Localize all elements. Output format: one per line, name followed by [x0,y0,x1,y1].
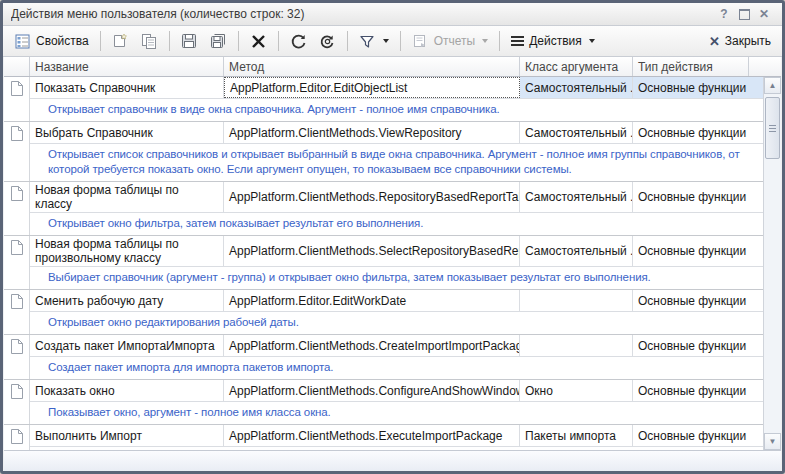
cell-name[interactable]: Новая форма таблицы по классу [30,182,224,212]
filter-dropdown-caret[interactable] [383,39,389,43]
cell-arg-class[interactable] [520,335,633,356]
cell-method[interactable]: AppPlatform.ClientMethods.RepositoryBase… [224,182,520,212]
cell-name[interactable]: Показать окно [30,380,224,401]
save-all-button[interactable] [205,30,232,53]
cell-action-type[interactable]: Основные функции [633,380,763,401]
toolbar-separator [100,31,101,51]
document-icon [10,126,23,141]
table-body: Показать Справочник AppPlatform.Editor.E… [4,77,763,450]
cell-arg-class[interactable]: Пакеты импорта [520,425,633,446]
cell-method[interactable]: AppPlatform.ClientMethods.CreateImportIm… [224,335,520,356]
cell-action-type[interactable]: Основные функции [633,335,763,356]
close-window-button[interactable]: ✕ [754,6,774,22]
row-description: Открывает список справочников и открывае… [30,144,763,181]
delete-button[interactable] [245,30,272,53]
header-icon-column [4,57,30,76]
toolbar-separator [400,31,401,51]
toolbar-separator [278,31,279,51]
cell-arg-class[interactable]: Самостоятельный ... [520,236,633,266]
table-row[interactable]: Сменить рабочую дату AppPlatform.Editor.… [4,290,763,335]
row-icon-cell [4,236,30,289]
window-title: Действия меню пользователя (количество с… [11,7,714,21]
header-method[interactable]: Метод [224,57,520,76]
row-icon-cell [4,122,30,181]
reports-button[interactable]: Отчеты [407,30,493,53]
reports-label: Отчеты [434,34,475,48]
row-icon-cell [4,77,30,121]
table-header: Название Метод Класс аргумента Тип дейст… [4,57,781,77]
header-action-type[interactable]: Тип действия [633,57,749,76]
table-row[interactable]: Новая форма таблицы по произвольному кла… [4,236,763,290]
table-row[interactable]: Показать Справочник AppPlatform.Editor.E… [4,77,763,122]
cell-name[interactable]: Выбрать Справочник [30,122,224,143]
header-name[interactable]: Название [30,57,224,76]
cell-arg-class[interactable]: Окно [520,380,633,401]
copy-item-button[interactable] [136,30,163,53]
toolbar: Свойства [3,26,782,57]
help-button[interactable]: ? [714,6,734,22]
save-icon [181,33,198,50]
row-icon-cell [4,380,30,424]
cell-name[interactable]: Сменить рабочую дату [30,290,224,311]
cell-arg-class[interactable] [520,290,633,311]
table-row[interactable]: Создать пакет ИмпортаИмпорта AppPlatform… [4,335,763,380]
header-arg-class[interactable]: Класс аргумента [520,57,633,76]
document-icon [10,294,23,309]
delete-icon [250,33,267,50]
properties-button[interactable]: Свойства [9,30,94,53]
dialog-window: Действия меню пользователя (количество с… [0,0,785,474]
cell-action-type[interactable]: Основные функции [633,290,763,311]
cell-name[interactable]: Создать пакет ИмпортаИмпорта [30,335,224,356]
cell-method[interactable]: AppPlatform.Editor.EditWorkDate [224,290,520,311]
new-document-icon [112,33,129,50]
actions-dropdown-caret [589,39,595,43]
save-button[interactable] [176,30,203,53]
filter-button[interactable] [354,30,394,53]
cell-name[interactable]: Выполнить Импорт [30,425,224,446]
status-bar [4,450,781,471]
filter-icon [359,33,376,50]
refresh-all-icon [319,33,336,50]
table-row[interactable]: Новая форма таблицы по классу AppPlatfor… [4,182,763,236]
close-button[interactable]: ✕ Закрыть [704,31,776,52]
properties-icon [14,33,31,50]
scroll-down-icon[interactable]: ▼ [764,433,781,450]
document-icon [10,186,23,201]
row-icon-cell [4,425,30,450]
refresh-icon [290,33,307,50]
cell-method[interactable]: AppPlatform.ClientMethods.ViewRepository [224,122,520,143]
reports-dropdown-caret [482,39,488,43]
new-item-button[interactable] [107,30,134,53]
cell-action-type[interactable]: Основные функции [633,182,763,212]
document-icon [10,81,23,96]
properties-label: Свойства [36,34,89,48]
cell-method[interactable]: AppPlatform.ClientMethods.ExecuteImportP… [224,425,520,446]
row-description: Показывает окно, аргумент - полное имя к… [30,402,763,424]
cell-arg-class[interactable]: Самостоятельный ... [520,122,633,143]
cell-method[interactable]: AppPlatform.ClientMethods.SelectReposito… [224,236,520,266]
scrollbar-thumb[interactable] [765,97,780,159]
close-label: Закрыть [725,34,771,48]
table-row[interactable]: Выполнить Импорт AppPlatform.ClientMetho… [4,425,763,450]
cell-name[interactable]: Показать Справочник [30,77,224,98]
cell-action-type[interactable]: Основные функции [633,236,763,266]
cell-method[interactable]: AppPlatform.Editor.EditObjectList [224,77,520,98]
cell-action-type[interactable]: Основные функции [633,425,763,446]
refresh-button[interactable] [285,30,312,53]
cell-arg-class[interactable]: Самостоятельный ... [520,182,633,212]
close-icon: ✕ [709,34,720,49]
cell-arg-class[interactable]: Самостоятельный ... [520,77,633,98]
scroll-up-icon[interactable]: ▲ [764,77,781,94]
copy-icon [141,33,158,50]
cell-method[interactable]: AppPlatform.ClientMethods.ConfigureAndSh… [224,380,520,401]
toolbar-separator [169,31,170,51]
cell-action-type[interactable]: Основные функции [633,77,763,98]
table-row[interactable]: Показать окно AppPlatform.ClientMethods.… [4,380,763,425]
table-row[interactable]: Выбрать Справочник AppPlatform.ClientMet… [4,122,763,182]
maximize-button[interactable] [734,6,754,22]
refresh-all-button[interactable] [314,30,341,53]
cell-action-type[interactable]: Основные функции [633,122,763,143]
vertical-scrollbar[interactable]: ▲ ▼ [763,77,781,450]
cell-name[interactable]: Новая форма таблицы по произвольному кла… [30,236,224,266]
actions-button[interactable]: Действия [506,31,600,51]
